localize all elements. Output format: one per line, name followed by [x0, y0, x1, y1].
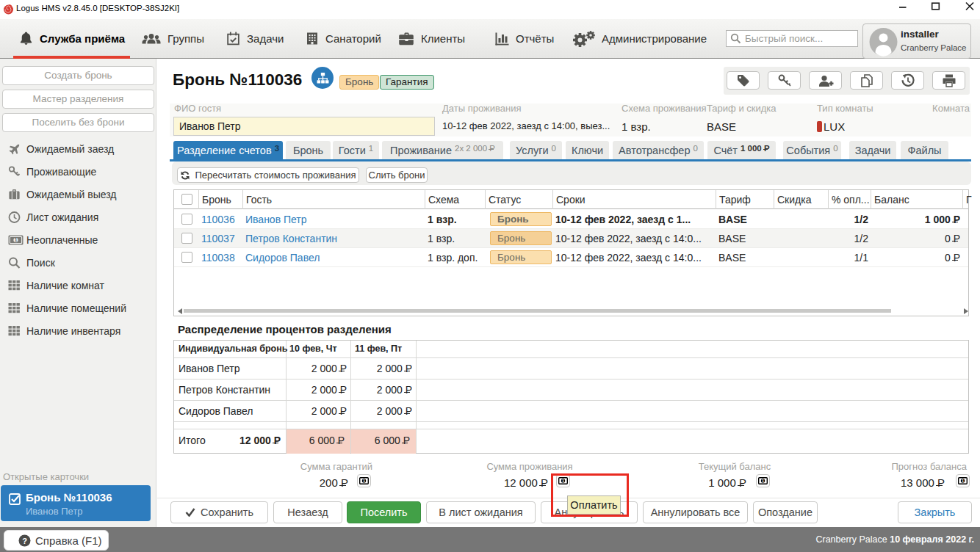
svg-text:?: ? [22, 536, 27, 545]
svg-text:1: 1 [762, 479, 764, 483]
svg-text:1: 1 [363, 479, 365, 483]
svg-text:1: 1 [15, 237, 18, 242]
svg-text:1: 1 [962, 479, 964, 483]
